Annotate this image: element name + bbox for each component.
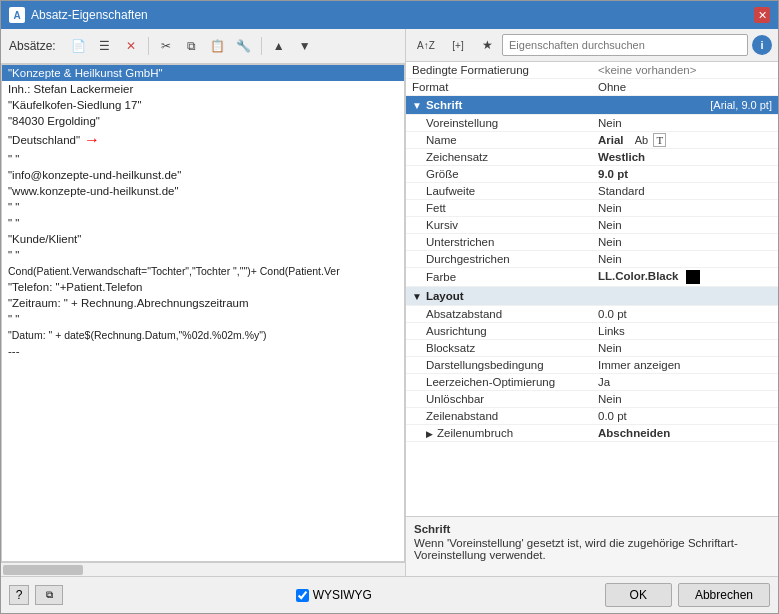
scroll-thumb[interactable] — [3, 565, 83, 575]
table-row: Zeilenabstand 0.0 pt — [406, 408, 778, 425]
table-row: Laufweite Standard — [406, 183, 778, 200]
cut-btn[interactable]: ✂ — [155, 35, 177, 57]
schrift-section-header[interactable]: ▼Schrift [Arial, 9.0 pt] — [406, 96, 778, 115]
prop-label: Fett — [406, 200, 592, 217]
absaetze-label: Absätze: — [9, 39, 56, 53]
prop-value: LL.Color.Black — [592, 268, 778, 287]
prop-label: Blocksatz — [406, 340, 592, 357]
prop-label: Format — [406, 79, 592, 96]
left-panel: Absätze: 📄 ☰ ✕ ✂ ⧉ 📋 🔧 ▲ ▼ "Konzepte & H… — [1, 29, 406, 576]
table-row: Unlöschbar Nein — [406, 391, 778, 408]
prop-value: 0.0 pt — [592, 408, 778, 425]
bottom-bar: ? ⧉ WYSIWYG OK Abbrechen — [1, 576, 778, 613]
table-row: Voreinstellung Nein — [406, 115, 778, 132]
list-item[interactable]: "Telefon: "+Patient.Telefon — [2, 279, 404, 295]
wysiwyg-text: WYSIWYG — [313, 588, 372, 602]
info-btn[interactable]: i — [752, 35, 772, 55]
color-swatch — [686, 270, 700, 284]
list-item[interactable]: "www.konzepte-und-heilkunst.de" — [2, 183, 404, 199]
table-row: Leerzeichen-Optimierung Ja — [406, 374, 778, 391]
prop-value: Ohne — [592, 79, 778, 96]
prop-value: Ja — [592, 374, 778, 391]
up-btn[interactable]: ▲ — [268, 35, 290, 57]
prop-label: Zeilenabstand — [406, 408, 592, 425]
table-row: Darstellungsbedingung Immer anzeigen — [406, 357, 778, 374]
table-row: Name Arial Ab T — [406, 132, 778, 149]
list-item[interactable]: "Deutschland" → — [2, 129, 404, 151]
cancel-button[interactable]: Abbrechen — [678, 583, 770, 607]
list-item[interactable]: " " — [2, 247, 404, 263]
new-doc-btn[interactable]: 📄 — [68, 35, 90, 57]
sep1 — [148, 37, 149, 55]
close-button[interactable]: ✕ — [754, 7, 770, 23]
list-item[interactable]: "Datum: " + date$(Rechnung.Datum,"%02d.%… — [2, 327, 404, 343]
list-item[interactable]: " " — [2, 151, 404, 167]
fav-btn[interactable]: ★ — [476, 34, 498, 56]
list-item[interactable]: Cond(Patient.Verwandschaft="Tochter","To… — [2, 263, 404, 279]
list-item[interactable]: "Kunde/Klient" — [2, 231, 404, 247]
prop-value: 0.0 pt — [592, 306, 778, 323]
table-row: Unterstrichen Nein — [406, 234, 778, 251]
prop-label: Laufweite — [406, 183, 592, 200]
prop-label: Absatzabstand — [406, 306, 592, 323]
table-row: Blocksatz Nein — [406, 340, 778, 357]
bottom-info-panel: Schrift Wenn 'Voreinstellung' gesetzt is… — [406, 516, 778, 576]
prop-value: Standard — [592, 183, 778, 200]
right-toolbar: A↑Z [+] ★ i — [406, 29, 778, 62]
list-item[interactable]: "Käufelkofen-Siedlung 17" — [2, 97, 404, 113]
main-content: Absätze: 📄 ☰ ✕ ✂ ⧉ 📋 🔧 ▲ ▼ "Konzepte & H… — [1, 29, 778, 576]
down-btn[interactable]: ▼ — [294, 35, 316, 57]
prop-value: Westlich — [592, 149, 778, 166]
app-icon: A — [9, 7, 25, 23]
prop-label: Darstellungsbedingung — [406, 357, 592, 374]
list-item[interactable]: --- — [2, 343, 404, 359]
list-item[interactable]: "Zeitraum: " + Rechnung.Abrechnungszeitr… — [2, 295, 404, 311]
sort-az-btn[interactable]: A↑Z — [412, 34, 440, 56]
prop-label: ▶Zeilenumbruch — [406, 425, 592, 442]
prop-value: Nein — [592, 200, 778, 217]
paragraph-list[interactable]: "Konzepte & Heilkunst GmbH" Inh.: Stefan… — [1, 64, 405, 562]
prop-value: Immer anzeigen — [592, 357, 778, 374]
list-item[interactable]: " " — [2, 199, 404, 215]
red-arrow-icon: → — [84, 131, 100, 149]
prop-value: Nein — [592, 251, 778, 268]
list-item[interactable]: "Konzepte & Heilkunst GmbH" — [2, 65, 404, 81]
layout-section-header[interactable]: ▼Layout — [406, 287, 778, 306]
horizontal-scrollbar[interactable] — [1, 562, 405, 576]
prop-value: Arial Ab T — [592, 132, 778, 149]
prop-label: Unlöschbar — [406, 391, 592, 408]
list-item[interactable]: "info@konzepte-und-heilkunst.de" — [2, 167, 404, 183]
list-item[interactable]: Inh.: Stefan Lackermeier — [2, 81, 404, 97]
sep2 — [261, 37, 262, 55]
bottom-info-title: Schrift — [414, 523, 770, 535]
table-row: Absatzabstand 0.0 pt — [406, 306, 778, 323]
prop-label: Kursiv — [406, 217, 592, 234]
duplicate-button[interactable]: ⧉ — [35, 585, 63, 605]
paste-btn[interactable]: 📋 — [207, 35, 229, 57]
list-item[interactable]: " " — [2, 311, 404, 327]
help-button[interactable]: ? — [9, 585, 29, 605]
ok-button[interactable]: OK — [605, 583, 672, 607]
left-header: Absätze: 📄 ☰ ✕ ✂ ⧉ 📋 🔧 ▲ ▼ — [1, 29, 405, 64]
delete-btn[interactable]: ✕ — [120, 35, 142, 57]
prop-value: Links — [592, 323, 778, 340]
prop-value: Nein — [592, 217, 778, 234]
expand-arrow-icon: ▼ — [412, 100, 422, 111]
item-text: "Deutschland" — [8, 134, 80, 146]
prop-value: Nein — [592, 391, 778, 408]
list-item[interactable]: "84030 Ergolding" — [2, 113, 404, 129]
prop-label: Zeichensatz — [406, 149, 592, 166]
properties-table: Bedingte Formatierung <keine vorhanden> … — [406, 62, 778, 516]
table-row: Größe 9.0 pt — [406, 166, 778, 183]
tool-btn[interactable]: 🔧 — [233, 35, 255, 57]
prop-value: Abschneiden — [592, 425, 778, 442]
list-item[interactable]: " " — [2, 215, 404, 231]
wysiwyg-checkbox[interactable] — [296, 589, 309, 602]
wysiwyg-label[interactable]: WYSIWYG — [296, 588, 372, 602]
list-btn[interactable]: ☰ — [94, 35, 116, 57]
table-row: Farbe LL.Color.Black — [406, 268, 778, 287]
add-prop-btn[interactable]: [+] — [444, 34, 472, 56]
title-bar: A Absatz-Eigenschaften ✕ — [1, 1, 778, 29]
search-input[interactable] — [502, 34, 748, 56]
copy-doc-btn[interactable]: ⧉ — [181, 35, 203, 57]
